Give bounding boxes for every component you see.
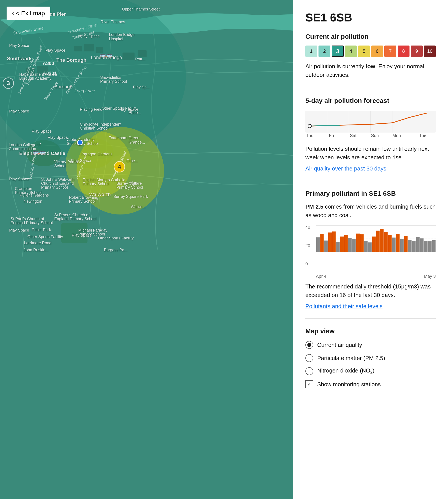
svg-rect-67 <box>408 240 412 252</box>
svg-rect-70 <box>420 238 423 252</box>
svg-rect-69 <box>416 237 419 252</box>
pollutants-link[interactable]: Pollutants and their safe levels <box>305 303 436 310</box>
transport-icon-1: 🚌🚌 <box>99 52 113 58</box>
svg-text:A3201: A3201 <box>43 70 57 76</box>
aq-cell-2: 2 <box>319 46 330 57</box>
aq-cell-3-active: 3 <box>332 46 343 57</box>
forecast-chart: Thu Fri Sat Sun Mon Tue <box>305 110 436 140</box>
svg-rect-57 <box>368 243 371 252</box>
svg-rect-73 <box>432 240 435 252</box>
svg-rect-51 <box>344 235 348 252</box>
svg-rect-13 <box>138 50 146 57</box>
map-marker-4: 4 <box>114 161 125 172</box>
svg-rect-50 <box>340 237 344 252</box>
svg-rect-12 <box>123 52 135 60</box>
location-title: SE1 6SB <box>305 11 436 24</box>
svg-rect-60 <box>380 229 384 252</box>
forecast-description: Pollution levels should remain low until… <box>305 145 436 162</box>
svg-rect-53 <box>352 239 355 252</box>
svg-text:Fri: Fri <box>329 133 334 138</box>
threshold-text: The recommended daily threshold (15μg/m3… <box>305 282 436 299</box>
exit-map-button[interactable]: ‹ < Exit map <box>7 7 50 20</box>
pollutant-source: comes from vehicles and burning fuels su… <box>305 203 435 218</box>
checkbox-monitoring-stations[interactable]: ✓ Show monitoring stations <box>305 380 436 388</box>
primary-pollutant-header: Primary pollutant in SE1 6SB <box>305 190 436 197</box>
transport-icon-2: 🚌🚌 <box>32 149 46 155</box>
radio-label-2: Particulate matter (PM 2.5) <box>317 355 385 362</box>
exit-map-label: < Exit map <box>16 10 45 17</box>
svg-rect-58 <box>372 237 376 252</box>
svg-text:Long Lane: Long Lane <box>74 88 95 93</box>
aq-description: Air pollution is currently low. Enjoy yo… <box>305 62 436 79</box>
right-panel: SE1 6SB Current air pollution 1 2 3 4 5 … <box>293 0 448 499</box>
divider-2 <box>305 181 436 181</box>
svg-text:Tue: Tue <box>419 133 426 138</box>
svg-rect-10 <box>84 44 94 51</box>
radio-outer-1[interactable] <box>305 341 313 349</box>
svg-rect-9 <box>74 46 82 51</box>
bar-chart-svg <box>316 225 436 266</box>
svg-rect-64 <box>396 234 400 252</box>
radio-particulate-matter[interactable]: Particulate matter (PM 2.5) <box>305 354 436 362</box>
bar-chart-x-labels: Apr 4 May 3 <box>305 274 436 279</box>
svg-text:Thu: Thu <box>306 133 313 138</box>
aq-cell-5: 5 <box>358 46 370 57</box>
svg-rect-62 <box>388 235 392 252</box>
forecast-header: 5-day air pollution forecast <box>305 97 436 104</box>
svg-rect-52 <box>348 238 352 252</box>
svg-rect-55 <box>360 234 364 252</box>
aq-cell-6: 6 <box>371 46 383 57</box>
aq-cell-4: 4 <box>345 46 357 57</box>
divider-3 <box>305 318 436 319</box>
svg-text:Sat: Sat <box>350 133 357 138</box>
svg-rect-63 <box>392 237 396 252</box>
svg-rect-44 <box>316 237 320 252</box>
svg-rect-49 <box>336 242 339 252</box>
current-air-pollution-header: Current air pollution <box>305 33 436 40</box>
svg-rect-3 <box>61 223 87 243</box>
svg-text:A300: A300 <box>43 61 54 66</box>
svg-rect-61 <box>384 232 387 252</box>
radio-outer-3[interactable] <box>305 367 313 375</box>
checkmark-icon: ✓ <box>307 382 311 387</box>
aq-scale: 1 2 3 4 5 6 7 8 9 10 <box>305 46 436 57</box>
bar-chart-wrap: 40 20 0 <box>305 225 436 273</box>
svg-rect-72 <box>428 241 431 252</box>
air-quality-history-link[interactable]: Air quality over the past 30 days <box>305 165 436 172</box>
svg-rect-47 <box>328 233 332 252</box>
svg-text:Mon: Mon <box>392 133 401 138</box>
bar-chart-y-labels: 40 20 0 <box>305 225 310 266</box>
radio-label-1: Current air quality <box>317 342 362 349</box>
checkbox-outer-1[interactable]: ✓ <box>305 380 313 388</box>
aq-cell-7: 7 <box>384 46 396 57</box>
aq-cell-1: 1 <box>305 46 317 57</box>
svg-rect-71 <box>424 241 427 252</box>
svg-rect-59 <box>376 231 380 252</box>
radio-inner-1 <box>307 343 311 347</box>
radio-nitrogen-dioxide[interactable]: Nitrogen dioxide (NO2) <box>305 367 436 375</box>
pollutant-name: PM 2.5 <box>305 203 323 210</box>
aq-cell-8: 8 <box>398 46 410 57</box>
svg-rect-46 <box>324 241 327 252</box>
map-panel[interactable]: Long Lane A300 A3201 Swan Street Great D… <box>0 0 293 499</box>
pollutant-description: PM 2.5 comes from vehicles and burning f… <box>305 202 436 219</box>
checkbox-label-1: Show monitoring stations <box>317 381 381 388</box>
svg-rect-56 <box>364 241 368 252</box>
svg-rect-48 <box>332 232 336 252</box>
radio-label-3: Nitrogen dioxide (NO2) <box>317 367 374 375</box>
back-arrow-icon: ‹ <box>12 10 14 17</box>
aq-cell-9: 9 <box>411 46 423 57</box>
svg-rect-66 <box>404 236 408 252</box>
location-dot <box>77 140 83 145</box>
aq-cell-10: 10 <box>424 46 436 57</box>
radio-outer-2[interactable] <box>305 354 313 362</box>
radio-current-air-quality[interactable]: Current air quality <box>305 341 436 349</box>
svg-rect-54 <box>356 233 360 252</box>
svg-text:Sun: Sun <box>371 133 379 138</box>
map-marker-3: 3 <box>3 78 14 89</box>
svg-point-33 <box>308 124 311 128</box>
divider-1 <box>305 88 436 88</box>
svg-rect-45 <box>320 234 323 252</box>
svg-rect-68 <box>412 241 416 252</box>
svg-rect-65 <box>400 239 404 252</box>
